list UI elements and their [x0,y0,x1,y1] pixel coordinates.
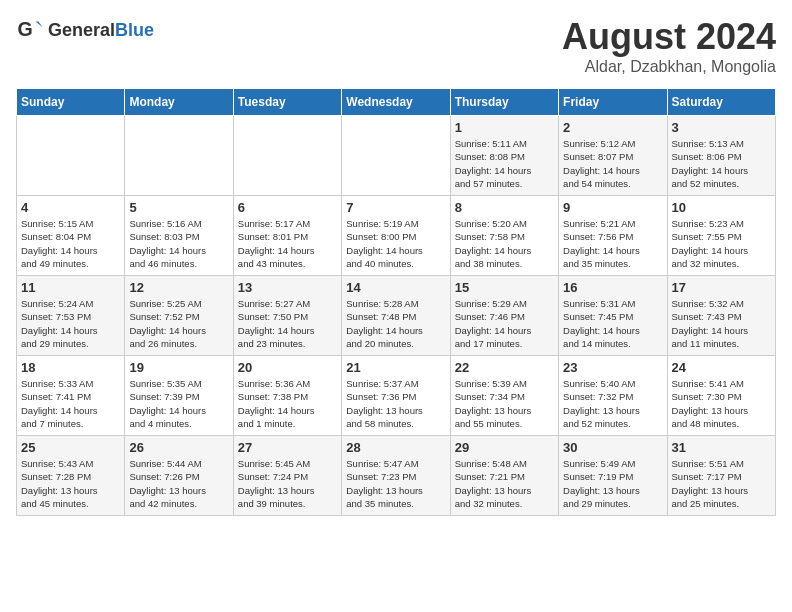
day-number: 23 [563,360,662,375]
day-info: Sunrise: 5:39 AM Sunset: 7:34 PM Dayligh… [455,377,554,430]
calendar-cell: 9Sunrise: 5:21 AM Sunset: 7:56 PM Daylig… [559,196,667,276]
calendar-cell: 3Sunrise: 5:13 AM Sunset: 8:06 PM Daylig… [667,116,775,196]
day-number: 20 [238,360,337,375]
header-day-tuesday: Tuesday [233,89,341,116]
day-number: 28 [346,440,445,455]
week-row-1: 1Sunrise: 5:11 AM Sunset: 8:08 PM Daylig… [17,116,776,196]
calendar-cell: 24Sunrise: 5:41 AM Sunset: 7:30 PM Dayli… [667,356,775,436]
calendar-cell: 16Sunrise: 5:31 AM Sunset: 7:45 PM Dayli… [559,276,667,356]
day-info: Sunrise: 5:40 AM Sunset: 7:32 PM Dayligh… [563,377,662,430]
main-title: August 2024 [562,16,776,58]
calendar-cell: 31Sunrise: 5:51 AM Sunset: 7:17 PM Dayli… [667,436,775,516]
day-number: 11 [21,280,120,295]
day-number: 7 [346,200,445,215]
calendar-cell: 7Sunrise: 5:19 AM Sunset: 8:00 PM Daylig… [342,196,450,276]
logo-general: General [48,20,115,40]
svg-marker-1 [36,22,43,28]
day-info: Sunrise: 5:45 AM Sunset: 7:24 PM Dayligh… [238,457,337,510]
day-number: 25 [21,440,120,455]
day-info: Sunrise: 5:48 AM Sunset: 7:21 PM Dayligh… [455,457,554,510]
header-day-wednesday: Wednesday [342,89,450,116]
day-info: Sunrise: 5:15 AM Sunset: 8:04 PM Dayligh… [21,217,120,270]
day-number: 24 [672,360,771,375]
day-number: 17 [672,280,771,295]
day-info: Sunrise: 5:31 AM Sunset: 7:45 PM Dayligh… [563,297,662,350]
day-number: 29 [455,440,554,455]
day-number: 2 [563,120,662,135]
calendar-cell: 5Sunrise: 5:16 AM Sunset: 8:03 PM Daylig… [125,196,233,276]
calendar-cell: 26Sunrise: 5:44 AM Sunset: 7:26 PM Dayli… [125,436,233,516]
header-day-friday: Friday [559,89,667,116]
day-number: 14 [346,280,445,295]
calendar-table: SundayMondayTuesdayWednesdayThursdayFrid… [16,88,776,516]
day-number: 10 [672,200,771,215]
header-day-sunday: Sunday [17,89,125,116]
calendar-cell: 6Sunrise: 5:17 AM Sunset: 8:01 PM Daylig… [233,196,341,276]
calendar-cell: 29Sunrise: 5:48 AM Sunset: 7:21 PM Dayli… [450,436,558,516]
day-number: 21 [346,360,445,375]
day-info: Sunrise: 5:27 AM Sunset: 7:50 PM Dayligh… [238,297,337,350]
day-info: Sunrise: 5:19 AM Sunset: 8:00 PM Dayligh… [346,217,445,270]
day-info: Sunrise: 5:23 AM Sunset: 7:55 PM Dayligh… [672,217,771,270]
day-info: Sunrise: 5:16 AM Sunset: 8:03 PM Dayligh… [129,217,228,270]
calendar-cell [233,116,341,196]
day-info: Sunrise: 5:32 AM Sunset: 7:43 PM Dayligh… [672,297,771,350]
calendar-cell: 15Sunrise: 5:29 AM Sunset: 7:46 PM Dayli… [450,276,558,356]
day-number: 16 [563,280,662,295]
day-number: 12 [129,280,228,295]
calendar-cell: 2Sunrise: 5:12 AM Sunset: 8:07 PM Daylig… [559,116,667,196]
calendar-body: 1Sunrise: 5:11 AM Sunset: 8:08 PM Daylig… [17,116,776,516]
day-info: Sunrise: 5:44 AM Sunset: 7:26 PM Dayligh… [129,457,228,510]
svg-text:G: G [17,18,32,40]
day-info: Sunrise: 5:33 AM Sunset: 7:41 PM Dayligh… [21,377,120,430]
day-number: 31 [672,440,771,455]
day-number: 30 [563,440,662,455]
day-info: Sunrise: 5:36 AM Sunset: 7:38 PM Dayligh… [238,377,337,430]
day-info: Sunrise: 5:28 AM Sunset: 7:48 PM Dayligh… [346,297,445,350]
week-row-5: 25Sunrise: 5:43 AM Sunset: 7:28 PM Dayli… [17,436,776,516]
day-number: 19 [129,360,228,375]
day-number: 5 [129,200,228,215]
page-header: G GeneralBlue August 2024 Aldar, Dzabkha… [16,16,776,76]
calendar-cell: 8Sunrise: 5:20 AM Sunset: 7:58 PM Daylig… [450,196,558,276]
calendar-cell: 19Sunrise: 5:35 AM Sunset: 7:39 PM Dayli… [125,356,233,436]
logo: G GeneralBlue [16,16,154,44]
calendar-cell: 12Sunrise: 5:25 AM Sunset: 7:52 PM Dayli… [125,276,233,356]
day-info: Sunrise: 5:47 AM Sunset: 7:23 PM Dayligh… [346,457,445,510]
calendar-cell: 14Sunrise: 5:28 AM Sunset: 7:48 PM Dayli… [342,276,450,356]
day-number: 18 [21,360,120,375]
day-number: 15 [455,280,554,295]
day-number: 4 [21,200,120,215]
day-info: Sunrise: 5:24 AM Sunset: 7:53 PM Dayligh… [21,297,120,350]
calendar-cell: 22Sunrise: 5:39 AM Sunset: 7:34 PM Dayli… [450,356,558,436]
day-info: Sunrise: 5:37 AM Sunset: 7:36 PM Dayligh… [346,377,445,430]
day-number: 22 [455,360,554,375]
header-day-saturday: Saturday [667,89,775,116]
calendar-cell: 30Sunrise: 5:49 AM Sunset: 7:19 PM Dayli… [559,436,667,516]
day-info: Sunrise: 5:12 AM Sunset: 8:07 PM Dayligh… [563,137,662,190]
logo-blue: Blue [115,20,154,40]
day-info: Sunrise: 5:17 AM Sunset: 8:01 PM Dayligh… [238,217,337,270]
calendar-cell: 25Sunrise: 5:43 AM Sunset: 7:28 PM Dayli… [17,436,125,516]
calendar-cell [342,116,450,196]
day-number: 3 [672,120,771,135]
day-number: 8 [455,200,554,215]
week-row-2: 4Sunrise: 5:15 AM Sunset: 8:04 PM Daylig… [17,196,776,276]
day-info: Sunrise: 5:49 AM Sunset: 7:19 PM Dayligh… [563,457,662,510]
week-row-4: 18Sunrise: 5:33 AM Sunset: 7:41 PM Dayli… [17,356,776,436]
calendar-cell [125,116,233,196]
calendar-cell: 11Sunrise: 5:24 AM Sunset: 7:53 PM Dayli… [17,276,125,356]
day-number: 6 [238,200,337,215]
calendar-cell: 20Sunrise: 5:36 AM Sunset: 7:38 PM Dayli… [233,356,341,436]
calendar-cell [17,116,125,196]
header-day-monday: Monday [125,89,233,116]
day-info: Sunrise: 5:51 AM Sunset: 7:17 PM Dayligh… [672,457,771,510]
day-info: Sunrise: 5:11 AM Sunset: 8:08 PM Dayligh… [455,137,554,190]
calendar-cell: 13Sunrise: 5:27 AM Sunset: 7:50 PM Dayli… [233,276,341,356]
calendar-cell: 28Sunrise: 5:47 AM Sunset: 7:23 PM Dayli… [342,436,450,516]
week-row-3: 11Sunrise: 5:24 AM Sunset: 7:53 PM Dayli… [17,276,776,356]
day-number: 27 [238,440,337,455]
header-day-thursday: Thursday [450,89,558,116]
calendar-cell: 1Sunrise: 5:11 AM Sunset: 8:08 PM Daylig… [450,116,558,196]
day-number: 13 [238,280,337,295]
